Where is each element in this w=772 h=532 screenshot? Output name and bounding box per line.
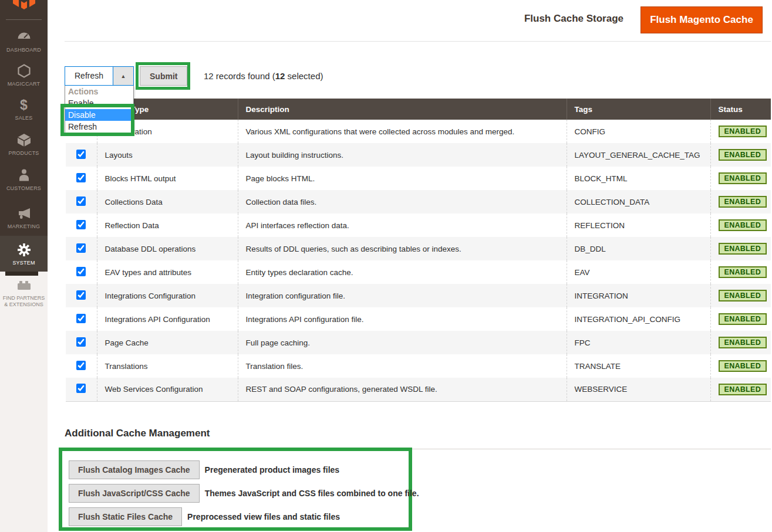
cache-type-cell: Blocks HTML output <box>97 167 238 190</box>
submit-button[interactable]: Submit <box>140 66 187 86</box>
flush-action-description: Pregenerated product images files <box>205 465 340 475</box>
dollar-icon: $ <box>16 97 32 113</box>
description-cell: Translation files. <box>238 354 567 378</box>
description-cell: API interfaces reflection data. <box>238 214 567 237</box>
tags-cell: REFLECTION <box>567 214 710 237</box>
row-checkbox[interactable] <box>76 290 86 300</box>
person-icon <box>16 168 32 183</box>
megaphone-icon <box>16 206 32 221</box>
cache-type-cell: Page Cache <box>97 331 238 354</box>
row-checkbox[interactable] <box>76 173 86 182</box>
tags-cell: TRANSLATE <box>567 354 710 378</box>
tags-cell: CONFIG <box>567 120 710 143</box>
description-cell: Integration configuration file. <box>238 284 567 307</box>
cache-table-body: Configuration Various XML configurations… <box>66 120 771 401</box>
flush-action-description: Preprocessed view files and static files <box>187 512 340 521</box>
row-checkbox[interactable] <box>76 220 86 229</box>
flush-magento-cache-button[interactable]: Flush Magento Cache <box>640 6 763 33</box>
column-header-tags: Tags <box>567 99 710 120</box>
flush-cache-storage-button[interactable]: Flush Cache Storage <box>524 13 623 25</box>
sidebar-item-sales[interactable]: $ SALES <box>0 97 48 121</box>
table-row: Web Services Configuration REST and SOAP… <box>66 378 771 401</box>
status-cell: ENABLED <box>710 378 771 401</box>
status-cell: ENABLED <box>710 307 771 331</box>
cache-type-cell: Integrations Configuration <box>97 284 238 307</box>
tags-cell: EAV <box>567 260 710 284</box>
row-checkbox[interactable] <box>76 314 86 323</box>
cache-type-cell: EAV types and attributes <box>97 260 238 284</box>
column-header-status: Status <box>710 99 771 120</box>
sidebar: DASHBOARD MAGICCART $ SALES PRODUCTS CUS… <box>0 0 48 272</box>
table-row: Translations Translation files. TRANSLAT… <box>66 354 771 378</box>
row-checkbox[interactable] <box>76 150 86 159</box>
flush-javascript-css-button[interactable]: Flush JavaScript/CSS Cache <box>69 484 200 503</box>
status-badge: ENABLED <box>719 360 767 372</box>
description-cell: REST and SOAP configurations, generated … <box>238 378 567 401</box>
row-checkbox[interactable] <box>76 267 86 276</box>
tags-cell: INTEGRATION_API_CONFIG <box>567 307 710 331</box>
active-menu-notch <box>5 272 38 276</box>
hexagon-icon <box>16 63 32 79</box>
flush-static-files-button[interactable]: Flush Static Files Cache <box>69 507 182 526</box>
records-found-text: 12 records found (12 selected) <box>204 71 323 81</box>
status-badge: ENABLED <box>719 313 767 325</box>
sidebar-item-label: MAGICCART <box>8 81 41 87</box>
status-badge: ENABLED <box>719 266 767 278</box>
description-cell: Integrations API configuration file. <box>238 307 567 331</box>
cache-type-cell: Integrations API Configuration <box>97 307 238 331</box>
sidebar-item-label: SALES <box>15 115 32 121</box>
status-cell: ENABLED <box>710 237 771 260</box>
row-checkbox[interactable] <box>76 337 86 347</box>
description-cell: Full page caching. <box>238 331 567 354</box>
description-cell: Results of DDL queries, such as describi… <box>238 237 567 260</box>
additional-cache-title: Additional Cache Management <box>65 428 210 439</box>
flush-action-description: Themes JavaScript and CSS files combined… <box>205 489 419 498</box>
status-badge: ENABLED <box>719 337 767 348</box>
sidebar-footer: FIND PARTNERS & EXTENSIONS <box>0 272 48 532</box>
table-row: Integrations Configuration Integration c… <box>66 284 771 307</box>
actions-select[interactable]: Refresh ▲ <box>65 66 134 86</box>
sidebar-item-products[interactable]: PRODUCTS <box>0 133 48 156</box>
row-checkbox[interactable] <box>76 384 86 393</box>
column-header-description: Description <box>238 99 567 120</box>
status-cell: ENABLED <box>710 284 771 307</box>
status-cell: ENABLED <box>710 260 771 284</box>
tags-cell: COLLECTION_DATA <box>567 190 710 214</box>
tags-cell: FPC <box>567 331 710 354</box>
sidebar-item-marketing[interactable]: MARKETING <box>0 206 48 229</box>
sidebar-item-find-partners[interactable]: FIND PARTNERS & EXTENSIONS <box>0 277 48 308</box>
header-divider <box>65 41 771 42</box>
sidebar-item-label: MARKETING <box>8 223 40 229</box>
row-checkbox[interactable] <box>76 196 86 206</box>
sidebar-item-label: FIND PARTNERS & EXTENSIONS <box>3 295 45 308</box>
tags-cell: DB_DDL <box>567 237 710 260</box>
table-row: Integrations API Configuration Integrati… <box>66 307 771 331</box>
flush-catalog-images-button[interactable]: Flush Catalog Images Cache <box>69 460 200 479</box>
sidebar-divider <box>6 19 42 20</box>
actions-select-value: Refresh <box>65 67 113 85</box>
status-badge: ENABLED <box>719 149 767 161</box>
sidebar-item-system[interactable]: SYSTEM <box>0 236 48 272</box>
flush-js-css-row: Flush JavaScript/CSS Cache Themes JavaSc… <box>69 484 419 503</box>
chevron-up-icon[interactable]: ▲ <box>113 67 133 85</box>
row-checkbox[interactable] <box>76 243 86 253</box>
dropdown-option-enable[interactable]: Enable <box>65 97 133 109</box>
description-cell: Collection data files. <box>238 190 567 214</box>
table-row: Reflection Data API interfaces reflectio… <box>66 214 771 237</box>
sidebar-item-magiccart[interactable]: MAGICCART <box>0 63 48 87</box>
sidebar-item-customers[interactable]: CUSTOMERS <box>0 168 48 191</box>
sidebar-item-dashboard[interactable]: DASHBOARD <box>0 29 48 53</box>
row-checkbox[interactable] <box>76 361 86 370</box>
dropdown-option-disable[interactable]: Disable <box>65 109 133 121</box>
tags-cell: BLOCK_HTML <box>567 167 710 190</box>
tags-cell: INTEGRATION <box>567 284 710 307</box>
sidebar-item-label: DASHBOARD <box>6 47 41 53</box>
table-row: Layouts Layout building instructions. LA… <box>66 143 771 167</box>
additional-divider <box>65 449 771 449</box>
tags-cell: LAYOUT_GENERAL_CACHE_TAG <box>567 143 710 167</box>
status-cell: ENABLED <box>710 354 771 378</box>
gear-icon <box>16 242 32 257</box>
dropdown-option-refresh[interactable]: Refresh <box>65 121 133 133</box>
status-badge: ENABLED <box>719 243 767 255</box>
magento-logo-icon[interactable] <box>11 0 37 10</box>
